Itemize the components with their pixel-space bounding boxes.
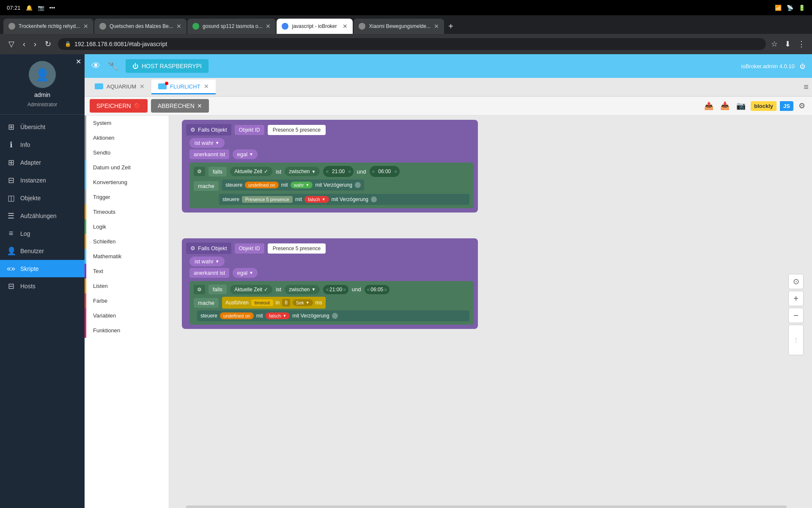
block1-circle-toggle1[interactable] — [355, 182, 361, 188]
block1-time1[interactable]: 21:00 — [329, 168, 347, 175]
address-bar[interactable]: 🔒 192.168.178.6:8081/#tab-javascript — [58, 38, 766, 50]
block2-zwischen-dropdown[interactable]: zwischen ▼ — [285, 285, 320, 294]
tab-2[interactable]: Quetschen des Malzes Be... ✕ — [94, 19, 187, 34]
menu-item-logik[interactable]: Logik — [85, 219, 169, 234]
back-button[interactable]: ▽ — [7, 38, 16, 50]
bookmark-icon[interactable]: ☆ — [771, 39, 778, 49]
tab-3-close[interactable]: ✕ — [266, 23, 271, 30]
menu-icon[interactable]: ⋮ — [798, 39, 805, 49]
menu-timeouts-label: Timeouts — [93, 209, 115, 215]
save-button[interactable]: SPEICHERN 🔴 — [90, 99, 148, 113]
sidebar-item-instanzen[interactable]: ⊟ Instanzen — [0, 171, 85, 189]
block1-time2[interactable]: 06:00 — [376, 168, 393, 175]
hamburger-menu[interactable]: ≡ — [804, 82, 809, 92]
block1-zwischen-dropdown[interactable]: zwischen ▼ — [285, 167, 320, 176]
download-icon[interactable]: ⬇ — [785, 39, 791, 49]
block1-egal-dropdown[interactable]: egal ▼ — [233, 149, 257, 159]
menu-item-farbe[interactable]: Farbe — [85, 293, 169, 308]
block2-falls-block[interactable]: ⚙ falls Aktuelle Zeit ✓ ist zwischen ▼ — [189, 281, 474, 325]
check-icon: ✓ — [264, 168, 268, 174]
menu-item-aktionen[interactable]: Aktionen — [85, 130, 169, 145]
sidebar-item-hosts[interactable]: ⊟ Hosts — [0, 277, 85, 295]
block2-time2[interactable]: 06:05 — [370, 287, 383, 293]
menu-item-funktionen[interactable]: Funktionen — [85, 323, 169, 338]
menu-item-datum[interactable]: Datum und Zeit — [85, 160, 169, 175]
flurlicht-tab-close[interactable]: ✕ — [204, 83, 209, 90]
block2-sek-dropdown[interactable]: Sek ▼ — [293, 299, 313, 306]
tab-2-close[interactable]: ✕ — [176, 23, 181, 30]
menu-item-math[interactable]: Mathematik — [85, 249, 169, 264]
sidebar-item-aufzahlungen[interactable]: ☰ Aufzählungen — [0, 207, 85, 225]
block2-egal-dropdown[interactable]: egal ▼ — [233, 268, 257, 278]
new-tab-button[interactable]: + — [445, 20, 457, 33]
block1-wahr-dropdown[interactable]: wahr ▼ — [291, 182, 313, 188]
block2-falsch-dropdown[interactable]: falsch ▼ — [266, 312, 290, 319]
cancel-button[interactable]: ABBRECHEN ✕ — [151, 99, 209, 113]
block1-circle-toggle2[interactable] — [371, 196, 377, 202]
block1-presence[interactable]: Presence 5 presence — [242, 196, 293, 203]
block2-undefined-on[interactable]: undefined on — [220, 312, 254, 319]
sidebar-item-skripte[interactable]: «» Skripte — [0, 260, 85, 277]
eye-icon[interactable]: 👁 — [91, 61, 101, 72]
tab-5[interactable]: Xiaomi Bewegungsmelde... ✕ — [354, 19, 444, 34]
menu-item-text[interactable]: Text — [85, 264, 169, 279]
block2-circle-toggle[interactable] — [332, 313, 338, 319]
sidebar-item-benutzer[interactable]: 👤 Benutzer — [0, 242, 85, 260]
sidebar-item-objekte[interactable]: ◫ Objekte — [0, 189, 85, 207]
reload-button[interactable]: ↻ — [43, 38, 53, 50]
script-tab-flurlicht[interactable]: FLURLICHT ✕ — [151, 80, 216, 94]
zoom-in-button[interactable]: + — [788, 291, 804, 306]
menu-item-system[interactable]: System — [85, 116, 169, 130]
block-falls-objekt-2[interactable]: ⚙ Falls Objekt Objekt ID Presence 5 pres… — [182, 238, 478, 329]
block1-objekt-id-value[interactable]: Presence 5 presence — [268, 125, 326, 135]
wrench-icon[interactable]: 🔧 — [107, 61, 119, 72]
tab-3[interactable]: gosund sp112 tasmota o... ✕ — [187, 19, 276, 34]
menu-item-listen[interactable]: Listen — [85, 279, 169, 293]
block1-ist-wahr[interactable]: ist wahr ▼ — [189, 138, 225, 148]
sidebar-item-log[interactable]: ≡ Log — [0, 225, 85, 242]
sidebar-item-adapter[interactable]: ⊞ Adapter — [0, 154, 85, 171]
zoom-location-button[interactable]: ⊙ — [788, 274, 804, 289]
menu-item-schleifen[interactable]: Schleifen — [85, 234, 169, 249]
blockly-badge[interactable]: blockly — [751, 101, 776, 111]
js-badge[interactable]: JS — [780, 101, 793, 111]
block-falls-objekt-1[interactable]: ⚙ Falls Objekt Objekt ID Presence 5 pres… — [182, 120, 478, 213]
block-canvas[interactable]: ⚙ Falls Objekt Objekt ID Presence 5 pres… — [169, 116, 812, 508]
tab-4[interactable]: javascript - ioBroker ✕ — [277, 19, 353, 34]
sidebar-item-ubersicht[interactable]: ⊞ Übersicht — [0, 118, 85, 136]
block2-ausfuhren-row[interactable]: Ausführen timeout in 8 Sek ▼ ms — [222, 297, 326, 309]
power-off-icon[interactable]: ⏻ — [800, 63, 805, 69]
sidebar-close-button[interactable]: ✕ — [76, 58, 81, 66]
forward-nav-button[interactable]: › — [32, 38, 38, 50]
tab-1[interactable]: Trockenhefe richtig rehyd... ✕ — [3, 19, 93, 34]
script-tab-aquarium[interactable]: AQUARIUM ✕ — [88, 80, 151, 94]
block2-objekt-id-value[interactable]: Presence 5 presence — [268, 243, 326, 254]
aquarium-tab-close[interactable]: ✕ — [140, 83, 145, 90]
block2-num[interactable]: 8 — [282, 299, 290, 306]
settings-button[interactable]: ⚙ — [797, 99, 807, 112]
block1-undefined-on[interactable]: undefined on — [245, 182, 279, 188]
sidebar-item-info[interactable]: ℹ Info — [0, 136, 85, 154]
menu-item-timeouts[interactable]: Timeouts — [85, 204, 169, 219]
block2-ist-wahr[interactable]: ist wahr ▼ — [189, 257, 225, 266]
block1-falsch-dropdown[interactable]: falsch ▼ — [304, 196, 329, 203]
block1-falls-block[interactable]: ⚙ falls Aktuelle Zeit ✓ ist zwischen — [189, 163, 474, 208]
cancel-icon: ✕ — [197, 102, 202, 109]
tab-1-close[interactable]: ✕ — [83, 23, 88, 30]
block1-mache-label: mache — [194, 181, 219, 191]
menu-item-trigger[interactable]: Trigger — [85, 190, 169, 204]
host-button[interactable]: ⏻ HOST RASPBERRYPI — [126, 59, 208, 73]
menu-item-variablen[interactable]: Variablen — [85, 308, 169, 323]
tab-4-close[interactable]: ✕ — [343, 23, 348, 30]
screenshot-button[interactable]: 📷 — [735, 99, 747, 112]
zoom-out-button[interactable]: − — [788, 308, 804, 323]
import-button[interactable]: 📥 — [719, 99, 731, 112]
menu-item-sendto[interactable]: Sendto — [85, 145, 169, 160]
block2-time1[interactable]: 21:00 — [329, 287, 342, 293]
canvas-scrollbar-horizontal[interactable] — [186, 505, 787, 508]
export-button[interactable]: 📤 — [702, 99, 715, 112]
tab-5-close[interactable]: ✕ — [434, 23, 439, 30]
zoom-thumb[interactable]: ⋮ — [788, 325, 804, 355]
menu-item-konvert[interactable]: Konvertierung — [85, 175, 169, 190]
forward-button[interactable]: ‹ — [21, 38, 27, 50]
